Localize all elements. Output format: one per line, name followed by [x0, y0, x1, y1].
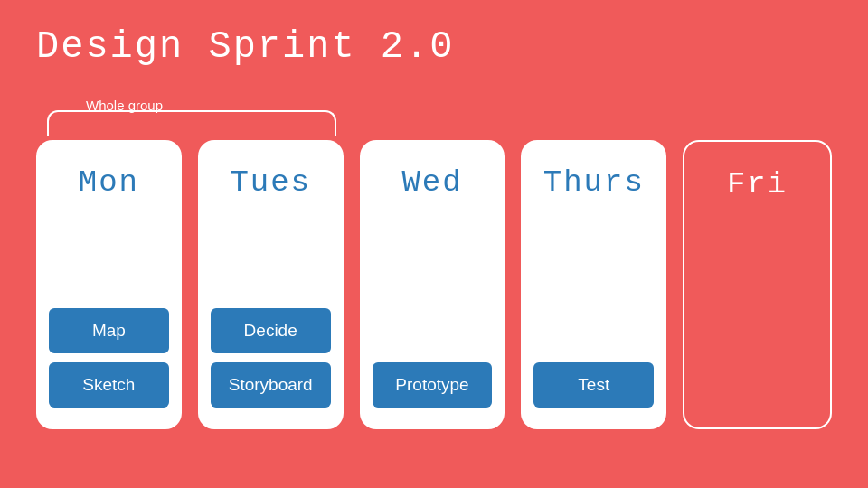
card-items-wed: Prototype — [360, 362, 505, 408]
whole-group-brace — [47, 110, 336, 136]
day-label-tues: Tues — [198, 140, 344, 218]
day-label-wed: Wed — [360, 140, 505, 218]
card-item-test: Test — [533, 362, 654, 408]
card-item-sketch: Sketch — [49, 362, 169, 408]
card-items-thurs: Test — [521, 362, 666, 408]
card-tues: TuesDecideStoryboard — [198, 140, 344, 429]
day-label-mon: Mon — [36, 140, 182, 218]
card-items-mon: MapSketch — [36, 308, 182, 408]
card-wed: WedPrototype — [360, 140, 505, 429]
day-label-thurs: Thurs — [521, 140, 666, 218]
day-label-fri: Fri — [684, 142, 830, 220]
card-item-storyboard: Storyboard — [211, 362, 331, 408]
card-thurs: ThursTest — [521, 140, 666, 429]
days-container: MonMapSketchTuesDecideStoryboardWedProto… — [36, 140, 832, 429]
card-fri: Fri — [683, 140, 832, 429]
card-mon: MonMapSketch — [36, 140, 182, 429]
page-title: Design Sprint 2.0 — [0, 0, 868, 69]
card-item-map: Map — [49, 308, 169, 353]
card-item-decide: Decide — [211, 308, 331, 353]
card-item-prototype: Prototype — [373, 362, 493, 408]
card-items-tues: DecideStoryboard — [198, 308, 344, 408]
